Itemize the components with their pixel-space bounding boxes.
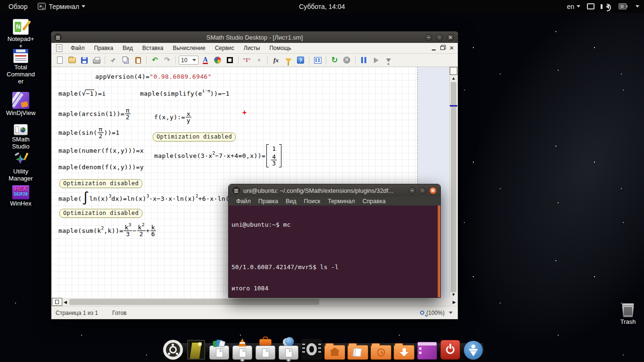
- formula-appversion[interactable]: appVersion(4)="0.98.6089.6946": [95, 73, 212, 80]
- menu-calculation[interactable]: Вычисление: [168, 43, 210, 53]
- dock-item-documents-folder[interactable]: [347, 345, 369, 360]
- menu-view[interactable]: Вид: [118, 43, 138, 53]
- dock-item-ubuntu-launcher[interactable]: [162, 340, 184, 360]
- formula-numer[interactable]: maple(numer(f(x,y)))=x: [58, 147, 144, 154]
- system-menu-chevron-icon[interactable]: [636, 5, 639, 8]
- run-button[interactable]: [371, 55, 381, 66]
- copy-button[interactable]: [120, 55, 131, 66]
- clock[interactable]: Суббота, 14:04: [299, 3, 345, 10]
- terminal-titlebar[interactable]: uni@ubuntu: ~/.config/SMath/extensions/p…: [229, 184, 440, 197]
- print-button[interactable]: [91, 55, 102, 66]
- background-color-button[interactable]: [212, 55, 223, 66]
- formula-sqrt[interactable]: maple(√−1)=i: [58, 89, 106, 98]
- cut-button[interactable]: ✂: [108, 55, 119, 66]
- mdi-close-button[interactable]: ✕: [449, 45, 454, 51]
- page-selector-box[interactable]: [52, 298, 62, 306]
- decimal-separator-button[interactable]: "I": [241, 55, 252, 66]
- formula-denom[interactable]: maple(denom(f(x,y)))=y: [58, 163, 144, 171]
- menu-view[interactable]: Вид: [282, 198, 300, 205]
- redo-button[interactable]: ↷: [162, 55, 173, 66]
- window-menu-icon[interactable]: [232, 187, 240, 194]
- zoom-control[interactable]: (100%): [420, 310, 453, 316]
- language-indicator[interactable]: en: [567, 3, 580, 10]
- vertical-scrollbar[interactable]: ▲ ▼: [449, 67, 457, 298]
- desktop-icon-windjview[interactable]: WinDjView: [2, 92, 40, 116]
- desktop-icon-utility-manager[interactable]: Utility Manager: [2, 152, 40, 181]
- display-icon[interactable]: [587, 3, 594, 9]
- desktop-icon-winhex[interactable]: HEX 5A3F20 WinHex: [2, 185, 40, 206]
- dock-item-home-folder[interactable]: [324, 345, 346, 360]
- filter-button[interactable]: [283, 55, 294, 66]
- scroll-up-icon[interactable]: ▲: [450, 76, 457, 81]
- terminal-scrollbar[interactable]: [438, 206, 440, 297]
- dock-item-image-viewer[interactable]: [185, 340, 207, 360]
- menu-terminal[interactable]: Терминал: [324, 198, 359, 205]
- options-button[interactable]: [312, 55, 323, 66]
- scroll-left-icon[interactable]: ◀: [62, 300, 68, 304]
- open-button[interactable]: [66, 55, 77, 66]
- horizontal-scroll-track[interactable]: [68, 298, 451, 306]
- stop-button[interactable]: ✕: [341, 55, 352, 66]
- reference-button[interactable]: ?: [295, 55, 306, 66]
- dock-item-power-button[interactable]: [439, 340, 461, 360]
- minimize-button[interactable]: –: [409, 187, 416, 194]
- maximize-button[interactable]: ▫: [419, 187, 426, 194]
- menu-help[interactable]: Справка: [359, 198, 389, 205]
- pause-button[interactable]: [358, 55, 369, 66]
- close-button[interactable]: ✕: [447, 34, 454, 41]
- trash-icon[interactable]: Trash: [613, 303, 643, 325]
- menu-insert[interactable]: Вставка: [138, 43, 168, 53]
- dock-item-browser-tray[interactable]: [278, 340, 299, 360]
- border-button[interactable]: [224, 55, 235, 66]
- volume-icon[interactable]: [606, 4, 609, 9]
- horizontal-scroll-thumb[interactable]: [69, 299, 319, 305]
- formula-fdef[interactable]: f(x,y):=xy: [154, 110, 192, 123]
- scroll-down-icon[interactable]: ▼: [450, 292, 457, 297]
- desktop-icon-notepad-plus-plus[interactable]: N Notepad+ +: [2, 19, 40, 49]
- arguments-separator-button[interactable]: ÷: [254, 55, 264, 66]
- menu-help[interactable]: Помощь: [264, 43, 296, 53]
- font-color-button[interactable]: A: [200, 55, 211, 66]
- desktop-icon-smath-studio[interactable]: SMath Studio: [2, 124, 40, 149]
- formula-sin[interactable]: maple(sin(π2))=1: [58, 124, 119, 140]
- formula-arcsin[interactable]: maple(arcsin(1))=π2: [58, 107, 131, 120]
- menu-sheets[interactable]: Листы: [239, 43, 265, 53]
- dock-item-office-tray[interactable]: [208, 340, 230, 360]
- undo-button[interactable]: ↶: [149, 55, 160, 66]
- function-button[interactable]: fx: [271, 55, 281, 66]
- formula-integral[interactable]: maple(∫ln(x)3dx)=ln(x)3·x−3·x·ln(x)2+6·x…: [58, 190, 253, 207]
- recalculate-button[interactable]: ↻: [329, 55, 340, 66]
- menu-file[interactable]: Файл: [232, 198, 255, 205]
- step-button[interactable]: [383, 55, 394, 66]
- save-button[interactable]: [79, 55, 90, 66]
- paste-button[interactable]: [132, 55, 143, 66]
- formula-solve[interactable]: maple(solve(3·x2−7·x+4=0,x))=143: [154, 142, 281, 169]
- desktop-icon-total-commander[interactable]: Total Command er: [2, 49, 40, 84]
- menu-file[interactable]: Файл: [66, 43, 90, 53]
- vertical-scroll-thumb[interactable]: [451, 82, 456, 292]
- menu-tools[interactable]: Сервис: [210, 43, 239, 53]
- mdi-minimize-button[interactable]: [432, 49, 436, 50]
- dock-item-downloads-folder[interactable]: [393, 345, 415, 360]
- horizontal-scrollbar[interactable]: ◀ ▶: [52, 298, 457, 306]
- menu-edit[interactable]: Правка: [90, 43, 118, 53]
- terminal-body[interactable]: uni@ubuntu:~$ mc 50/1.0.6087.42147/mvr5$…: [229, 206, 440, 297]
- dock-item-backup-folder[interactable]: [370, 345, 392, 360]
- smath-titlebar[interactable]: SMath Studio Desktop - [Лист1.sm] – ▫ ✕: [51, 32, 458, 43]
- new-button[interactable]: [54, 55, 65, 66]
- sheet-corner-box[interactable]: [450, 67, 457, 75]
- font-size-select[interactable]: 10: [179, 56, 198, 65]
- mdi-restore-button[interactable]: [440, 46, 445, 50]
- close-button[interactable]: ✕: [429, 187, 437, 194]
- formula-simplify[interactable]: maple(simplify(ei·π))=−1: [140, 88, 230, 99]
- maximize-button[interactable]: ▫: [436, 34, 443, 41]
- menu-edit[interactable]: Правка: [255, 198, 282, 205]
- dock-item-toolbox-tray[interactable]: [255, 340, 276, 360]
- dock-item-accessibility-button[interactable]: [462, 341, 484, 360]
- formula-sum[interactable]: maple(sum(k2,k))=k33−k22+k6: [58, 221, 157, 240]
- activities-button[interactable]: Обзор: [8, 3, 27, 10]
- dock-item-vlc-tray[interactable]: [231, 340, 253, 360]
- dock-item-ring-launcher[interactable]: [301, 339, 322, 360]
- app-menu[interactable]: >_ Терминал: [38, 3, 85, 10]
- battery-icon[interactable]: [619, 3, 627, 9]
